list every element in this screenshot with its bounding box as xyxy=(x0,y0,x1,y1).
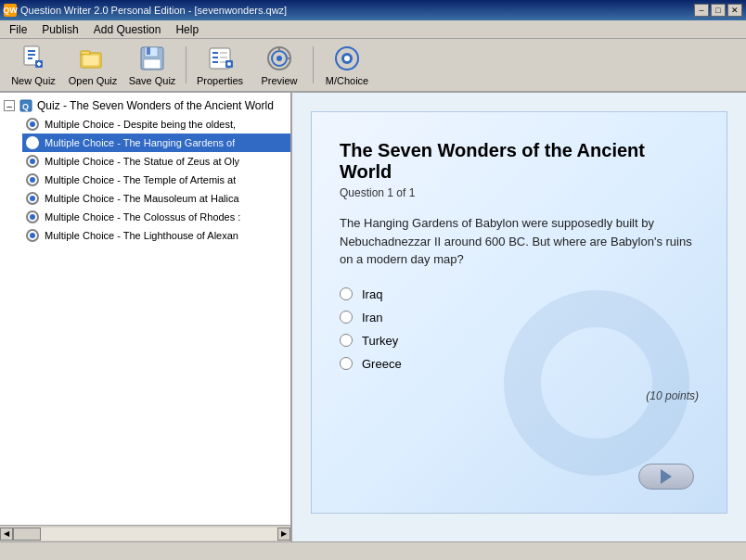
preview-option: Iraq xyxy=(340,287,699,301)
tree-item[interactable]: Multiple Choice - The Mausoleum at Halic… xyxy=(22,189,290,208)
svg-rect-12 xyxy=(147,47,150,55)
mchoice-icon xyxy=(332,44,362,73)
toolbar: New Quiz Open Quiz Save Quiz xyxy=(0,39,746,93)
toolbar-separator-1 xyxy=(186,46,186,83)
svg-point-25 xyxy=(277,56,282,61)
svg-rect-2 xyxy=(28,54,35,56)
menu-help[interactable]: Help xyxy=(168,20,206,38)
option-label-1: Iran xyxy=(362,311,382,325)
svg-rect-17 xyxy=(212,57,218,58)
tree-item[interactable]: Multiple Choice - The Colossus of Rhodes… xyxy=(22,208,290,226)
option-radio-1[interactable] xyxy=(340,311,353,324)
svg-rect-15 xyxy=(212,52,218,54)
option-radio-2[interactable] xyxy=(340,334,353,347)
menu-bar: File Publish Add Question Help xyxy=(0,20,746,39)
scroll-thumb[interactable] xyxy=(13,528,41,541)
svg-rect-16 xyxy=(220,52,227,54)
svg-rect-8 xyxy=(81,51,90,55)
horizontal-scrollbar: ◀ ▶ xyxy=(0,525,290,541)
open-quiz-label: Open Quiz xyxy=(69,75,118,86)
new-quiz-label: New Quiz xyxy=(11,75,56,86)
next-button[interactable] xyxy=(638,464,694,490)
tree-item[interactable]: Multiple Choice - The Hanging Gardens of xyxy=(22,134,290,152)
right-panel: The Seven Wonders of the Ancient World Q… xyxy=(292,93,746,541)
preview-area: The Seven Wonders of the Ancient World Q… xyxy=(311,111,727,514)
preview-title: The Seven Wonders of the Ancient World xyxy=(340,140,699,183)
svg-rect-18 xyxy=(220,57,227,58)
tree-root[interactable]: – Q Quiz - The Seven Wonders of the Anci… xyxy=(0,96,290,115)
left-panel: – Q Quiz - The Seven Wonders of the Anci… xyxy=(0,93,292,541)
open-quiz-button[interactable]: Open Quiz xyxy=(65,42,121,88)
preview-body: The Hanging Gardens of Babylon were supp… xyxy=(340,214,692,269)
scroll-track xyxy=(13,528,277,541)
tree-item-label: Multiple Choice - The Mausoleum at Halic… xyxy=(45,193,239,204)
tree-item-label: Multiple Choice - The Statue of Zeus at … xyxy=(45,156,239,167)
tree-item-label: Multiple Choice - The Hanging Gardens of xyxy=(45,137,235,148)
title-bar: QW Question Writer 2.0 Personal Edition … xyxy=(0,0,746,20)
option-label-3: Greece xyxy=(362,357,402,371)
save-quiz-label: Save Quiz xyxy=(129,75,176,86)
radio-icon xyxy=(26,173,39,186)
tree-item-label: Multiple Choice - The Lighthouse of Alex… xyxy=(45,230,238,241)
tree-item[interactable]: Multiple Choice - The Lighthouse of Alex… xyxy=(22,226,290,245)
tree-item-label: Multiple Choice - Despite being the olde… xyxy=(45,119,236,130)
tree-item-label: Multiple Choice - The Colossus of Rhodes… xyxy=(45,211,240,223)
tree-view: – Q Quiz - The Seven Wonders of the Anci… xyxy=(0,93,290,525)
tree-toggle[interactable]: – xyxy=(4,100,15,111)
next-arrow-icon xyxy=(661,469,672,484)
tree-root-label: Quiz - The Seven Wonders of the Ancient … xyxy=(37,99,274,112)
window-controls: – □ ✕ xyxy=(694,4,742,17)
main-area: – Q Quiz - The Seven Wonders of the Anci… xyxy=(0,93,746,541)
open-quiz-icon xyxy=(78,44,108,73)
new-quiz-button[interactable]: New Quiz xyxy=(6,42,61,88)
radio-icon xyxy=(26,210,39,223)
app-icon: QW xyxy=(4,4,17,17)
svg-point-30 xyxy=(344,56,350,61)
status-bar xyxy=(0,541,746,560)
tree-item[interactable]: Multiple Choice - Despite being the olde… xyxy=(22,115,290,134)
option-radio-0[interactable] xyxy=(340,287,353,300)
svg-rect-1 xyxy=(28,50,35,52)
radio-icon xyxy=(26,136,39,149)
menu-file[interactable]: File xyxy=(2,20,34,38)
preview-question-num: Question 1 of 1 xyxy=(340,186,699,199)
mchoice-button[interactable]: M/Choice xyxy=(319,42,375,88)
tree-item[interactable]: Multiple Choice - The Temple of Artemis … xyxy=(22,171,290,189)
option-label-0: Iraq xyxy=(362,287,382,301)
save-quiz-button[interactable]: Save Quiz xyxy=(124,42,180,88)
svg-rect-13 xyxy=(144,59,161,69)
new-quiz-icon xyxy=(19,44,48,73)
title-bar-left: QW Question Writer 2.0 Personal Edition … xyxy=(4,4,287,17)
save-quiz-icon xyxy=(137,44,167,73)
mchoice-label: M/Choice xyxy=(326,75,368,86)
option-radio-3[interactable] xyxy=(340,357,353,370)
svg-rect-3 xyxy=(28,57,32,59)
minimize-button[interactable]: – xyxy=(694,4,709,17)
menu-publish[interactable]: Publish xyxy=(34,20,85,38)
properties-button[interactable]: Properties xyxy=(192,42,248,88)
properties-icon xyxy=(205,44,235,73)
radio-icon xyxy=(26,118,39,131)
scroll-right-button[interactable]: ▶ xyxy=(277,528,290,541)
preview-button[interactable]: Preview xyxy=(251,42,307,88)
close-button[interactable]: ✕ xyxy=(727,4,742,17)
watermark xyxy=(504,290,689,476)
radio-icon xyxy=(26,155,39,168)
menu-add-question[interactable]: Add Question xyxy=(86,20,169,38)
quiz-icon: Q xyxy=(19,98,33,113)
app-icon-label: QW xyxy=(3,6,18,15)
maximize-button[interactable]: □ xyxy=(711,4,726,17)
properties-label: Properties xyxy=(197,75,243,86)
tree-item[interactable]: Multiple Choice - The Statue of Zeus at … xyxy=(22,152,290,171)
window-title: Question Writer 2.0 Personal Edition - [… xyxy=(20,5,287,16)
radio-icon xyxy=(26,192,39,205)
toolbar-separator-2 xyxy=(313,46,314,83)
option-label-2: Turkey xyxy=(362,334,398,348)
svg-text:Q: Q xyxy=(22,102,29,111)
scroll-left-button[interactable]: ◀ xyxy=(0,528,13,541)
svg-rect-19 xyxy=(212,61,218,63)
radio-icon xyxy=(26,229,39,242)
preview-icon xyxy=(264,44,294,73)
tree-item-label: Multiple Choice - The Temple of Artemis … xyxy=(45,174,236,185)
preview-label: Preview xyxy=(261,75,297,86)
